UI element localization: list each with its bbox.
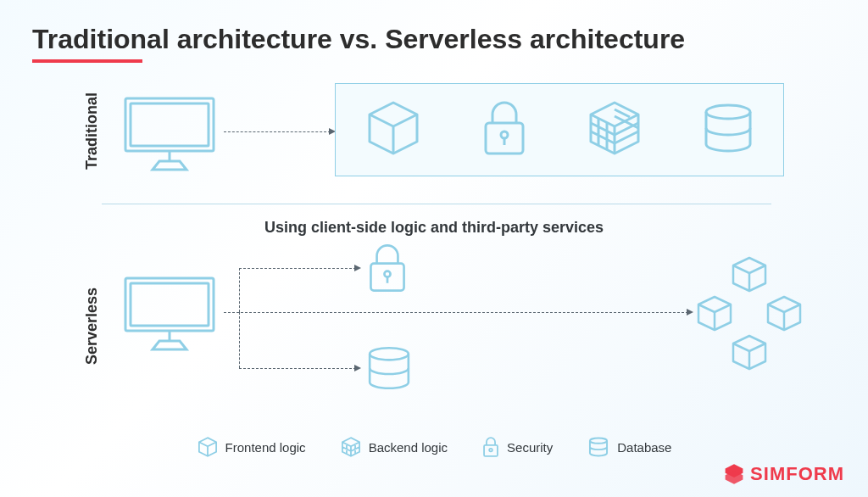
- legend: Frontend logic Backend logic Security Da…: [0, 436, 868, 458]
- arrow-path: [239, 268, 356, 269]
- brand-logo: SIMFORM: [723, 463, 844, 485]
- row-label-traditional: Traditional: [83, 93, 101, 170]
- legend-label: Security: [507, 440, 553, 455]
- title-underline: [32, 59, 142, 63]
- cube-cluster-icon: [690, 254, 809, 390]
- svg-rect-14: [484, 445, 498, 456]
- logo-mark-icon: [723, 463, 745, 485]
- legend-security: Security: [481, 436, 553, 458]
- legend-label: Backend logic: [369, 440, 448, 455]
- svg-rect-7: [125, 278, 214, 331]
- monitor-icon: [119, 92, 220, 176]
- svg-point-6: [706, 105, 750, 119]
- monitor-icon: [119, 271, 220, 356]
- traditional-stack-box: [335, 83, 784, 176]
- arrow-path: [239, 312, 240, 368]
- svg-rect-8: [131, 283, 209, 326]
- arrow-traditional: [224, 131, 331, 132]
- brand-name: SIMFORM: [750, 463, 844, 485]
- database-icon: [587, 437, 610, 457]
- legend-label: Database: [617, 440, 671, 455]
- lock-icon: [481, 436, 500, 458]
- legend-database: Database: [587, 437, 671, 457]
- database-icon: [364, 344, 414, 395]
- arrowhead-icon: [354, 365, 361, 371]
- svg-point-11: [384, 271, 390, 277]
- legend-frontend: Frontend logic: [197, 436, 306, 458]
- serverless-subtitle: Using client-side logic and third-party …: [0, 219, 868, 237]
- svg-rect-0: [125, 98, 214, 151]
- svg-point-4: [501, 131, 508, 138]
- page-title: Traditional architecture vs. Serverless …: [32, 24, 685, 55]
- arrow-path: [239, 268, 240, 312]
- grid-cube-icon: [340, 436, 362, 458]
- row-label-serverless: Serverless: [83, 263, 101, 365]
- lock-icon: [479, 98, 530, 162]
- cube-icon: [363, 98, 424, 162]
- svg-point-13: [370, 348, 409, 360]
- arrowhead-icon: [354, 265, 361, 271]
- lock-icon: [364, 241, 410, 299]
- cube-icon: [197, 436, 219, 458]
- svg-point-16: [590, 438, 607, 444]
- legend-backend: Backend logic: [340, 436, 448, 458]
- legend-label: Frontend logic: [225, 440, 306, 455]
- svg-point-15: [489, 449, 492, 452]
- grid-cube-icon: [584, 98, 645, 162]
- section-divider: [102, 204, 771, 204]
- database-icon: [700, 102, 756, 158]
- arrow-path: [239, 368, 356, 369]
- arrow-path: [224, 312, 688, 313]
- svg-rect-1: [131, 103, 209, 146]
